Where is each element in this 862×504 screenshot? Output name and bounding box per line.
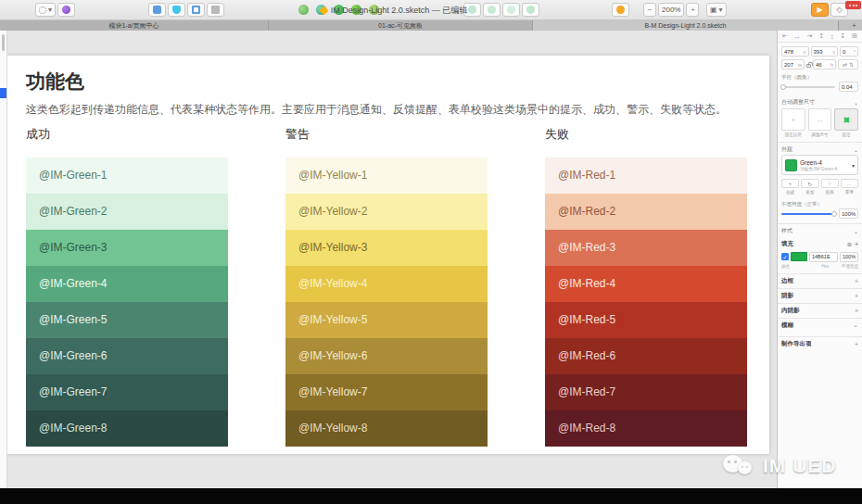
flip-buttons[interactable]: ⇄ ⇅: [838, 59, 858, 69]
artboard[interactable]: 功能色 这类色彩起到传递功能信息、代表某种状态等作用。主要应用于消息通知、反馈提…: [7, 56, 769, 454]
align-top-icon[interactable]: ↥: [818, 32, 824, 40]
width-field[interactable]: 207 w: [781, 59, 805, 69]
preset-fixed[interactable]: [834, 108, 858, 131]
insert-button[interactable]: ▾: [35, 3, 56, 17]
resizing-section-header[interactable]: 自动调整尺寸 ⌄: [781, 98, 858, 107]
color-swatch-row[interactable]: @IM-Yellow-4: [285, 266, 488, 302]
zoom-control-group: − 200% +: [643, 3, 699, 17]
opacity-slider[interactable]: [781, 213, 835, 215]
color-group-title[interactable]: 警告: [285, 126, 488, 143]
opacity-value-field[interactable]: 100%: [839, 208, 858, 219]
color-swatch-row[interactable]: @IM-Green-3: [26, 230, 228, 266]
zoom-out-button[interactable]: −: [643, 3, 656, 17]
height-field[interactable]: 46 h: [813, 59, 836, 69]
radius-slider[interactable]: [781, 86, 835, 88]
align-bottom-icon[interactable]: ↧: [840, 32, 845, 40]
shadows-section[interactable]: 阴影 +: [778, 288, 862, 302]
style-create-button[interactable]: +: [781, 179, 799, 188]
add-shadow-icon[interactable]: +: [855, 293, 858, 299]
y-position-field[interactable]: 393 y: [811, 46, 839, 57]
gear-icon[interactable]: ⊛: [847, 241, 852, 248]
blur-chevron-icon[interactable]: ⌄: [853, 321, 858, 329]
design-canvas[interactable]: 功能色 这类色彩起到传递功能信息、代表某种状态等作用。主要应用于消息通知、反馈提…: [7, 31, 777, 488]
tab-page-center[interactable]: 模块1-a/页面中心: [0, 20, 269, 31]
style-reset-button[interactable]: …: [841, 179, 858, 188]
radius-value-field[interactable]: 0.04: [839, 82, 858, 92]
add-border-icon[interactable]: +: [855, 278, 858, 284]
color-swatch-row[interactable]: @IM-Yellow-6: [285, 338, 488, 374]
preview-button[interactable]: ▶: [811, 3, 829, 17]
preset-pin-edges[interactable]: +: [781, 108, 805, 131]
color-swatch-row[interactable]: @IM-Red-8: [545, 410, 747, 447]
tab-visible-panel[interactable]: 01-ac-可见面板: [269, 20, 533, 31]
color-swatch-row[interactable]: @IM-Yellow-8: [285, 410, 488, 447]
new-tab-button[interactable]: +: [839, 20, 862, 31]
radius-slider-handle[interactable]: [780, 84, 786, 90]
canvas-action-button-4[interactable]: [522, 3, 539, 17]
pencil-tool-button[interactable]: [148, 3, 166, 17]
color-group-title[interactable]: 失败: [545, 126, 747, 143]
left-scrollbar-thumb[interactable]: [2, 34, 5, 51]
align-right-icon[interactable]: ⇥: [807, 32, 813, 40]
shared-style-picker[interactable]: Green-4 功能色/IM-Green-4 ▾: [781, 155, 858, 175]
color-swatch-row[interactable]: @IM-Green-8: [26, 410, 228, 447]
zoom-in-button[interactable]: +: [686, 3, 699, 17]
color-swatch-row[interactable]: @IM-Green-5: [26, 302, 228, 338]
color-swatch-row[interactable]: @IM-Red-7: [545, 374, 747, 410]
style-section-header[interactable]: 样式 ⌄: [781, 227, 858, 235]
distribute-icon[interactable]: ⊞: [852, 32, 857, 40]
style-update-button[interactable]: ↻: [801, 179, 818, 188]
align-center-h-icon[interactable]: ↔: [794, 33, 801, 40]
appearance-section-header[interactable]: 外观 ⌄: [781, 145, 858, 154]
color-swatch-row[interactable]: @IM-Yellow-5: [285, 302, 488, 338]
add-inner-shadow-icon[interactable]: +: [855, 308, 858, 314]
view-options-button[interactable]: ▣ ▾: [706, 3, 727, 17]
color-swatch-row[interactable]: @IM-Green-6: [26, 338, 228, 374]
vector-tool-button[interactable]: [168, 3, 185, 17]
color-swatch-row[interactable]: @IM-Yellow-3: [285, 230, 488, 266]
align-left-icon[interactable]: ⇤: [782, 32, 788, 40]
collapsed-layer-panel[interactable]: [0, 31, 7, 488]
color-swatch-row[interactable]: @IM-Yellow-2: [285, 194, 488, 230]
fill-color-swatch[interactable]: [791, 252, 807, 261]
color-swatch-row[interactable]: @IM-Red-3: [545, 230, 747, 266]
notification-button[interactable]: [612, 3, 629, 17]
color-swatch-row[interactable]: @IM-Green-2: [26, 194, 228, 230]
make-exportable-section[interactable]: 制作导出项 +: [778, 336, 862, 350]
color-swatch-row[interactable]: @IM-Red-5: [545, 302, 747, 338]
inner-shadows-section[interactable]: 内阴影 +: [778, 303, 862, 317]
add-export-icon[interactable]: +: [855, 341, 858, 347]
opacity-slider-handle[interactable]: [831, 211, 837, 217]
slice-tool-button[interactable]: [207, 3, 224, 17]
color-swatch-row[interactable]: @IM-Red-6: [545, 338, 747, 374]
rotation-field[interactable]: 0 °: [840, 46, 858, 57]
symbols-button[interactable]: [57, 3, 75, 17]
style-detach-button[interactable]: ○: [821, 179, 839, 188]
color-swatch-row[interactable]: @IM-Red-4: [545, 266, 747, 302]
blur-section[interactable]: 模糊 ⌄: [778, 318, 862, 332]
fills-section-header[interactable]: 填充 ⊛ +: [781, 240, 858, 248]
color-swatch-row[interactable]: @IM-Green-4: [26, 266, 228, 302]
zoom-level-field[interactable]: 200%: [658, 3, 684, 17]
tab-design-light-sketch[interactable]: B-M Design-Light 2.0.sketch: [533, 20, 839, 31]
color-swatch-row[interactable]: @IM-Green-7: [26, 374, 228, 410]
lock-proportions-icon[interactable]: [806, 64, 811, 68]
fill-hex-field[interactable]: 14B61E: [809, 252, 838, 262]
color-swatch-row[interactable]: @IM-Yellow-1: [285, 158, 488, 194]
color-swatch-row[interactable]: @IM-Yellow-7: [285, 374, 488, 410]
color-swatch-row[interactable]: @IM-Red-1: [545, 158, 747, 194]
fill-opacity-field[interactable]: 100%: [840, 252, 858, 262]
artboard-tool-button[interactable]: [187, 3, 205, 17]
fill-enabled-checkbox[interactable]: ✓: [781, 253, 789, 260]
add-fill-icon[interactable]: +: [855, 241, 858, 248]
x-position-field[interactable]: 478 x: [781, 46, 809, 57]
color-swatch-row[interactable]: @IM-Red-2: [545, 194, 747, 230]
borders-section[interactable]: 边框 +: [778, 273, 862, 287]
color-group-title[interactable]: 成功: [26, 126, 228, 143]
color-swatch-row[interactable]: @IM-Green-1: [26, 158, 228, 194]
preset-resize[interactable]: ↔: [808, 108, 832, 131]
artboard-description[interactable]: 这类色彩起到传递功能信息、代表某种状态等作用。主要应用于消息通知、反馈提醒、表单…: [26, 102, 754, 118]
artboard-heading[interactable]: 功能色: [26, 69, 84, 94]
alignment-toolbar: ⇤ ↔ ⇥ ↥ ↕ ↧ ⊞: [778, 31, 862, 43]
align-middle-v-icon[interactable]: ↕: [830, 33, 834, 40]
